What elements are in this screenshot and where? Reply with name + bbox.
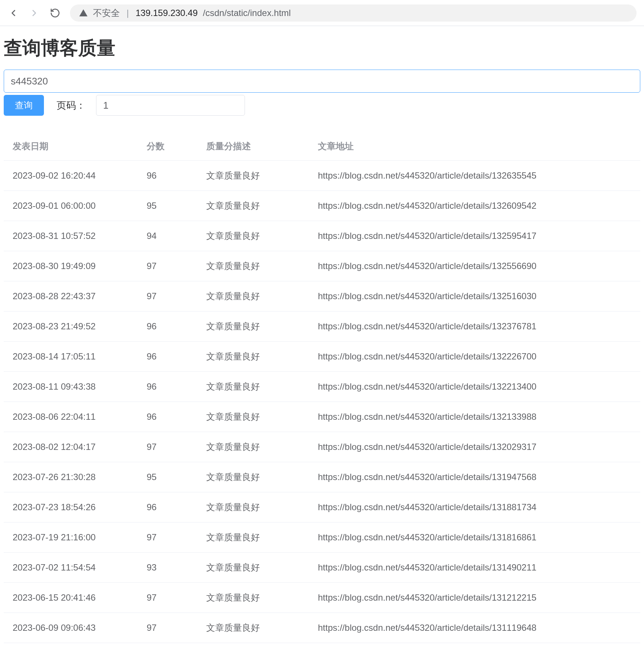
cell-desc: 文章质量良好	[197, 402, 309, 432]
cell-desc: 文章质量良好	[197, 553, 309, 583]
cell-desc: 文章质量良好	[197, 281, 309, 311]
url-path: /csdn/static/index.html	[203, 8, 291, 18]
cell-date: 2023-08-30 19:49:09	[4, 251, 138, 281]
cell-date: 2023-07-26 21:30:28	[4, 462, 138, 492]
cell-desc: 文章质量良好	[197, 191, 309, 221]
table-row: 2023-07-23 18:54:2696文章质量良好https://blog.…	[4, 492, 640, 522]
reload-icon[interactable]	[49, 7, 61, 19]
controls-row: 查询 页码：	[4, 95, 640, 116]
table-row: 2023-08-06 22:04:1196文章质量良好https://blog.…	[4, 402, 640, 432]
table-row: 2023-08-02 12:04:1797文章质量良好https://blog.…	[4, 432, 640, 462]
table-row: 2023-09-01 06:00:0095文章质量良好https://blog.…	[4, 191, 640, 221]
cell-date: 2023-08-06 22:04:11	[4, 402, 138, 432]
cell-url[interactable]: https://blog.csdn.net/s445320/article/de…	[309, 221, 640, 251]
url-separator: |	[127, 8, 129, 18]
cell-score: 97	[138, 251, 197, 281]
cell-score: 96	[138, 161, 197, 191]
table-row: 2023-06-15 20:41:4697文章质量良好https://blog.…	[4, 583, 640, 613]
address-bar[interactable]: 不安全 | 139.159.230.49/csdn/static/index.h…	[70, 4, 637, 22]
table-row: 2023-08-14 17:05:1196文章质量良好https://blog.…	[4, 342, 640, 372]
cell-score: 96	[138, 342, 197, 372]
table-header-row: 发表日期 分数 质量分描述 文章地址	[4, 132, 640, 161]
table-row: 2023-08-31 10:57:5294文章质量良好https://blog.…	[4, 221, 640, 251]
cell-url[interactable]: https://blog.csdn.net/s445320/article/de…	[309, 402, 640, 432]
header-desc: 质量分描述	[197, 132, 309, 161]
cell-desc: 文章质量良好	[197, 613, 309, 643]
cell-date: 2023-08-11 09:43:38	[4, 372, 138, 402]
table-row: 2023-08-11 09:43:3896文章质量良好https://blog.…	[4, 372, 640, 402]
cell-url[interactable]: https://blog.csdn.net/s445320/article/de…	[309, 462, 640, 492]
cell-url[interactable]: https://blog.csdn.net/s445320/article/de…	[309, 553, 640, 583]
page-content: 查询博客质量 查询 页码： 发表日期 分数 质量分描述 文章地址 2023-09…	[0, 26, 644, 643]
cell-score: 97	[138, 613, 197, 643]
cell-url[interactable]: https://blog.csdn.net/s445320/article/de…	[309, 311, 640, 342]
cell-desc: 文章质量良好	[197, 251, 309, 281]
header-score: 分数	[138, 132, 197, 161]
cell-score: 97	[138, 583, 197, 613]
cell-url[interactable]: https://blog.csdn.net/s445320/article/de…	[309, 432, 640, 462]
cell-url[interactable]: https://blog.csdn.net/s445320/article/de…	[309, 492, 640, 522]
url-host: 139.159.230.49	[136, 8, 198, 18]
warning-icon	[79, 9, 88, 17]
table-row: 2023-07-02 11:54:5493文章质量良好https://blog.…	[4, 553, 640, 583]
page-number-label: 页码：	[57, 99, 86, 112]
table-row: 2023-07-19 21:16:0097文章质量良好https://blog.…	[4, 522, 640, 553]
cell-desc: 文章质量良好	[197, 342, 309, 372]
cell-url[interactable]: https://blog.csdn.net/s445320/article/de…	[309, 251, 640, 281]
cell-date: 2023-08-14 17:05:11	[4, 342, 138, 372]
header-date: 发表日期	[4, 132, 138, 161]
back-icon[interactable]	[7, 7, 19, 19]
cell-date: 2023-08-31 10:57:52	[4, 221, 138, 251]
cell-desc: 文章质量良好	[197, 432, 309, 462]
cell-desc: 文章质量良好	[197, 492, 309, 522]
table-row: 2023-06-09 09:06:4397文章质量良好https://blog.…	[4, 613, 640, 643]
cell-url[interactable]: https://blog.csdn.net/s445320/article/de…	[309, 281, 640, 311]
results-table: 发表日期 分数 质量分描述 文章地址 2023-09-02 16:20:4496…	[4, 132, 640, 643]
cell-score: 97	[138, 522, 197, 553]
cell-date: 2023-07-19 21:16:00	[4, 522, 138, 553]
cell-score: 96	[138, 402, 197, 432]
cell-desc: 文章质量良好	[197, 522, 309, 553]
table-row: 2023-09-02 16:20:4496文章质量良好https://blog.…	[4, 161, 640, 191]
cell-url[interactable]: https://blog.csdn.net/s445320/article/de…	[309, 613, 640, 643]
cell-url[interactable]: https://blog.csdn.net/s445320/article/de…	[309, 522, 640, 553]
cell-url[interactable]: https://blog.csdn.net/s445320/article/de…	[309, 161, 640, 191]
cell-score: 96	[138, 492, 197, 522]
cell-date: 2023-06-09 09:06:43	[4, 613, 138, 643]
cell-date: 2023-06-15 20:41:46	[4, 583, 138, 613]
cell-date: 2023-08-02 12:04:17	[4, 432, 138, 462]
query-button[interactable]: 查询	[4, 95, 44, 116]
cell-desc: 文章质量良好	[197, 372, 309, 402]
cell-desc: 文章质量良好	[197, 221, 309, 251]
cell-url[interactable]: https://blog.csdn.net/s445320/article/de…	[309, 191, 640, 221]
cell-desc: 文章质量良好	[197, 583, 309, 613]
cell-desc: 文章质量良好	[197, 311, 309, 342]
cell-score: 93	[138, 553, 197, 583]
forward-icon[interactable]	[28, 7, 40, 19]
insecure-label: 不安全	[93, 7, 120, 19]
table-row: 2023-08-28 22:43:3797文章质量良好https://blog.…	[4, 281, 640, 311]
cell-score: 96	[138, 311, 197, 342]
cell-url[interactable]: https://blog.csdn.net/s445320/article/de…	[309, 342, 640, 372]
table-row: 2023-07-26 21:30:2895文章质量良好https://blog.…	[4, 462, 640, 492]
table-row: 2023-08-30 19:49:0997文章质量良好https://blog.…	[4, 251, 640, 281]
cell-date: 2023-09-01 06:00:00	[4, 191, 138, 221]
cell-score: 97	[138, 281, 197, 311]
page-number-input[interactable]	[96, 95, 245, 116]
cell-date: 2023-08-23 21:49:52	[4, 311, 138, 342]
cell-score: 95	[138, 462, 197, 492]
cell-desc: 文章质量良好	[197, 161, 309, 191]
cell-date: 2023-08-28 22:43:37	[4, 281, 138, 311]
cell-date: 2023-09-02 16:20:44	[4, 161, 138, 191]
cell-date: 2023-07-23 18:54:26	[4, 492, 138, 522]
cell-date: 2023-07-02 11:54:54	[4, 553, 138, 583]
table-row: 2023-08-23 21:49:5296文章质量良好https://blog.…	[4, 311, 640, 342]
username-input[interactable]	[4, 70, 640, 93]
cell-url[interactable]: https://blog.csdn.net/s445320/article/de…	[309, 583, 640, 613]
cell-score: 97	[138, 432, 197, 462]
cell-url[interactable]: https://blog.csdn.net/s445320/article/de…	[309, 372, 640, 402]
browser-toolbar: 不安全 | 139.159.230.49/csdn/static/index.h…	[0, 0, 644, 26]
cell-score: 96	[138, 372, 197, 402]
header-url: 文章地址	[309, 132, 640, 161]
cell-desc: 文章质量良好	[197, 462, 309, 492]
